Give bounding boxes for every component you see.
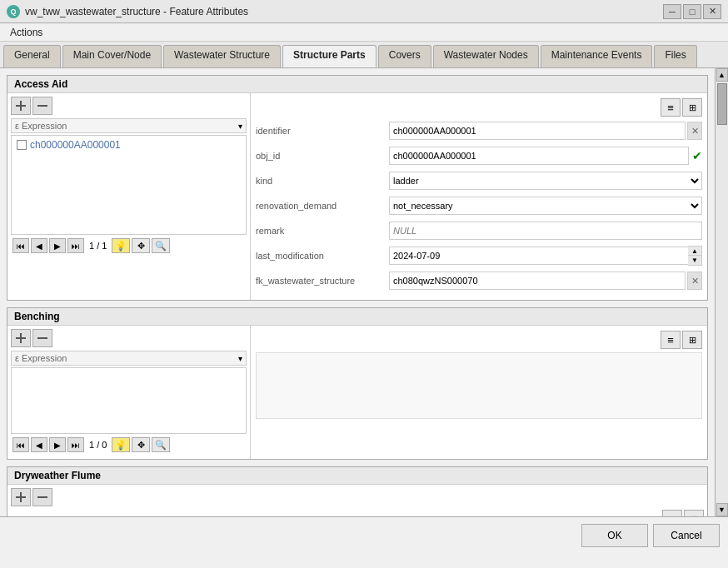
prev-record-button[interactable]: ◀ (31, 238, 47, 253)
minimize-button[interactable]: ─ (663, 4, 681, 19)
cancel-button[interactable]: Cancel (653, 524, 720, 547)
add-record-button[interactable] (11, 97, 31, 115)
tab-structure-parts[interactable]: Structure Parts (282, 45, 376, 67)
last-modification-input[interactable] (389, 247, 688, 265)
first-record-button[interactable]: ⏮ (12, 238, 29, 253)
access-aid-header: Access Aid (7, 76, 707, 93)
benching-next-button[interactable]: ▶ (49, 437, 66, 452)
tab-wastewater-structure[interactable]: Wastewater Structure (163, 45, 281, 67)
remark-row: remark (256, 220, 702, 242)
tab-main-cover[interactable]: Main Cover/Node (62, 45, 162, 67)
actions-menu[interactable]: Actions (5, 25, 47, 40)
dryweather-section: Dryweather Flume ≡ ⊞ (7, 466, 708, 516)
benching-expand-button[interactable]: ⊞ (682, 331, 702, 349)
form-expand-button[interactable]: ⊞ (682, 98, 702, 117)
obj-id-label: obj_id (256, 151, 389, 161)
benching-list-panel: ε Expression ▾ ⏮ ◀ ▶ ⏭ 1 / 0 💡 ✥ � (7, 326, 251, 459)
spin-up-button[interactable]: ▲ (688, 247, 701, 256)
next-record-button[interactable]: ▶ (49, 238, 66, 253)
fk-wastewater-structure-label: fk_wastewater_structure (256, 276, 389, 286)
benching-first-button[interactable]: ⏮ (12, 437, 29, 452)
close-button[interactable]: ✕ (703, 4, 721, 19)
access-aid-form-panel: ≡ ⊞ identifier ✕ (251, 93, 707, 300)
benching-remove-button[interactable] (32, 329, 52, 347)
ok-button[interactable]: OK (581, 524, 648, 547)
kind-select[interactable]: ladder (389, 172, 702, 190)
identifier-clear-button[interactable]: ✕ (687, 122, 702, 140)
benching-search-button[interactable]: 🔍 (152, 437, 170, 452)
main-content: Access Aid ε Expressio (0, 68, 728, 553)
access-aid-list-panel: ε Expression ▾ ch000000AA000001 ⏮ ◀ (7, 93, 251, 300)
obj-id-valid-icon: ✔ (692, 149, 702, 162)
search-button[interactable]: 🔍 (152, 238, 170, 253)
last-modification-label: last_modification (256, 251, 389, 261)
window-controls: ─ □ ✕ (663, 4, 721, 19)
benching-expression-label: ε Expression (15, 353, 67, 363)
form-collapse-button[interactable]: ≡ (661, 98, 681, 117)
svg-rect-1 (16, 105, 26, 107)
dryweather-header: Dryweather Flume (7, 467, 707, 485)
identifier-input[interactable] (389, 122, 686, 140)
benching-list-box (11, 367, 247, 434)
expression-dropdown-btn[interactable]: ▾ (238, 122, 242, 131)
svg-rect-8 (37, 496, 47, 498)
fk-wastewater-structure-input[interactable] (389, 272, 686, 290)
expression-label: ε Expression (15, 121, 67, 131)
benching-prev-button[interactable]: ◀ (31, 437, 47, 452)
tab-covers[interactable]: Covers (378, 45, 431, 67)
tab-wastewater-nodes[interactable]: Wastewater Nodes (433, 45, 539, 67)
remove-record-button[interactable] (32, 97, 52, 115)
fk-wastewater-structure-row: fk_wastewater_structure ✕ (256, 270, 702, 291)
dryweather-expand-button[interactable]: ⊞ (684, 510, 704, 516)
list-nav: ⏮ ◀ ▶ ⏭ 1 / 1 💡 ✥ 🔍 (11, 235, 247, 257)
footer: OK Cancel (0, 516, 728, 553)
move-button[interactable]: ✥ (132, 238, 150, 253)
benching-nav-count: 1 / 0 (89, 440, 107, 450)
identifier-label: identifier (256, 126, 389, 136)
benching-expression-dropdown[interactable]: ▾ (238, 354, 242, 363)
app-icon: Q (7, 5, 20, 18)
scroll-down-button[interactable]: ▼ (716, 503, 728, 516)
last-record-button[interactable]: ⏭ (67, 238, 84, 253)
benching-add-button[interactable] (11, 329, 31, 347)
highlight-button[interactable]: 💡 (112, 238, 130, 253)
remark-input[interactable] (389, 222, 702, 240)
title-bar: Q vw_tww_wastewater_structure - Feature … (0, 0, 728, 23)
tab-maintenance-events[interactable]: Maintenance Events (541, 45, 653, 67)
benching-nav: ⏮ ◀ ▶ ⏭ 1 / 0 💡 ✥ 🔍 (11, 434, 247, 456)
benching-empty-panel (256, 352, 702, 419)
tab-general[interactable]: General (3, 45, 61, 67)
scroll-up-button[interactable]: ▲ (716, 68, 728, 82)
maximize-button[interactable]: □ (683, 4, 701, 19)
dryweather-add-button[interactable] (11, 488, 31, 506)
tab-files[interactable]: Files (654, 45, 696, 67)
renovation-demand-select[interactable]: not_necessary (389, 197, 702, 215)
benching-section: Benching ε Expression (7, 307, 708, 460)
renovation-demand-label: renovation_demand (256, 201, 389, 211)
benching-highlight-button[interactable]: 💡 (112, 437, 130, 452)
list-item[interactable]: ch000000AA000001 (13, 137, 244, 152)
remark-label: remark (256, 226, 389, 236)
menu-bar: Actions (0, 23, 728, 42)
obj-id-row: obj_id ✔ (256, 145, 702, 167)
svg-rect-2 (37, 105, 47, 107)
dryweather-collapse-button[interactable]: ≡ (662, 510, 682, 516)
scroll-thumb[interactable] (717, 83, 727, 125)
access-aid-list-box: ch000000AA000001 (11, 135, 247, 235)
benching-form-panel: ≡ ⊞ (251, 326, 707, 459)
benching-collapse-button[interactable]: ≡ (661, 331, 681, 349)
kind-label: kind (256, 176, 389, 186)
obj-id-input[interactable] (389, 147, 689, 165)
spin-down-button[interactable]: ▼ (688, 256, 701, 265)
last-modification-row: last_modification ▲ ▼ (256, 245, 702, 267)
dryweather-remove-button[interactable] (32, 488, 52, 506)
benching-last-button[interactable]: ⏭ (67, 437, 84, 452)
fk-wastewater-structure-clear-button[interactable]: ✕ (687, 272, 702, 290)
list-item-text: ch000000AA000001 (30, 139, 121, 151)
list-item-checkbox[interactable] (17, 140, 27, 150)
svg-rect-5 (37, 337, 47, 339)
scroll-content: Access Aid ε Expressio (0, 68, 715, 516)
scrollbar[interactable]: ▲ ▼ (715, 68, 728, 516)
window-title: vw_tww_wastewater_structure - Feature At… (25, 6, 248, 17)
benching-move-button[interactable]: ✥ (132, 437, 150, 452)
